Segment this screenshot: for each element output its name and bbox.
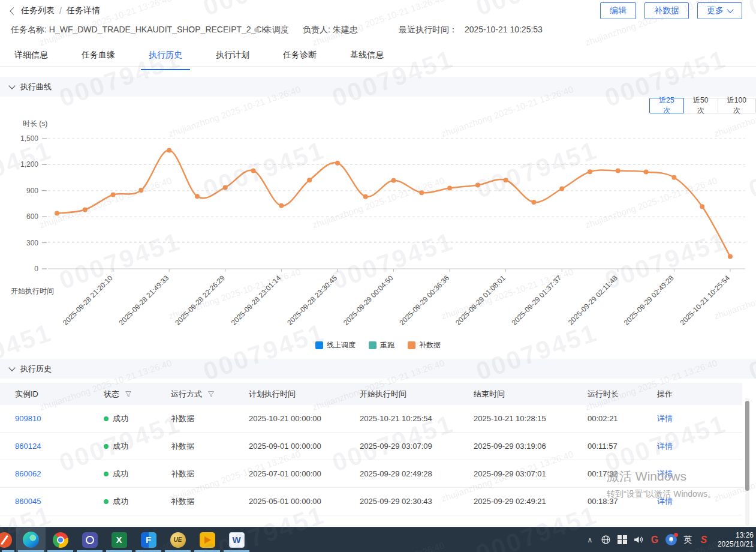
taskbar-chrome-icon[interactable] [46, 527, 75, 552]
x-tick-label: 2025-09-29 01:37:37 [510, 274, 564, 327]
cell-start: 2025-09-29 02:30:43 [360, 497, 474, 506]
tray-sogou-s-icon[interactable]: S [698, 535, 709, 545]
tab-detail-info[interactable]: 详细信息 [14, 47, 48, 66]
curve-section-header[interactable]: 执行曲线 [0, 77, 756, 97]
tab-task-diagnosis[interactable]: 任务诊断 [283, 47, 317, 66]
data-point[interactable] [644, 169, 649, 174]
cell-planned: 2025-05-01 00:00:00 [249, 497, 360, 506]
data-point[interactable] [363, 194, 368, 199]
column-header-id: 实例ID [15, 389, 104, 400]
range-last25-button[interactable]: 近25次 [649, 98, 684, 113]
x-tick-label: 2025-09-28 23:30:45 [285, 274, 339, 327]
data-point[interactable] [391, 178, 396, 183]
data-point[interactable] [251, 168, 256, 173]
taskbar-yellow-arrow-icon[interactable] [192, 527, 222, 552]
data-point[interactable] [307, 178, 312, 182]
instance-id-link[interactable]: 909810 [15, 414, 41, 423]
tab-exec-plan[interactable]: 执行计划 [216, 47, 249, 66]
data-point[interactable] [335, 161, 340, 166]
tray-bell-icon[interactable] [665, 534, 677, 545]
data-point[interactable] [55, 211, 59, 216]
taskbar-edge-icon[interactable] [16, 527, 46, 552]
owner-label: 负责人: [303, 25, 330, 34]
cell-text-start: 2025-09-29 03:07:09 [360, 442, 432, 451]
status-dot-icon [254, 28, 259, 32]
tray-network-icon[interactable] [601, 535, 612, 545]
data-point[interactable] [728, 254, 733, 259]
range-last100-button[interactable]: 近100次 [718, 98, 756, 113]
breadcrumb-task-list[interactable]: 任务列表 [21, 5, 55, 16]
taskbar-ultraedit-icon[interactable]: UE [163, 527, 192, 552]
vertical-scrollbar[interactable] [745, 398, 749, 526]
data-point[interactable] [138, 188, 143, 193]
tray-expand-icon[interactable]: ∧ [585, 536, 595, 544]
data-point[interactable] [588, 169, 592, 174]
data-point[interactable] [475, 183, 480, 188]
edit-button[interactable]: 编辑 [600, 2, 636, 19]
data-point[interactable] [531, 200, 536, 205]
excel-app-glyph: X [112, 532, 127, 548]
task-name-label: 任务名称: [11, 25, 47, 34]
detail-link[interactable]: 详情 [657, 441, 673, 452]
legend-online-schedule-swatch-icon [315, 341, 323, 349]
data-point[interactable] [559, 186, 564, 191]
tray-squares-icon[interactable] [617, 535, 628, 545]
legend-backfill[interactable]: 补数据 [408, 340, 441, 350]
data-point[interactable] [447, 185, 452, 190]
detail-link[interactable]: 详情 [657, 469, 673, 479]
tray-ime-icon[interactable]: 英 [682, 535, 693, 545]
instance-id-link[interactable]: 860062 [15, 469, 41, 478]
legend-backfill-swatch-icon [408, 341, 415, 349]
taskbar-clock[interactable]: 13:26 2025/10/21 [715, 527, 756, 552]
backfill-button[interactable]: 补数据 [644, 2, 689, 19]
data-point[interactable] [195, 194, 200, 199]
cell-duration: 00:11:57 [588, 442, 657, 451]
cell-status: 成功 [104, 469, 171, 479]
data-point[interactable] [167, 148, 171, 152]
filter-mode-icon[interactable] [207, 391, 215, 398]
range-last50-button[interactable]: 近50次 [683, 98, 718, 113]
data-point[interactable] [111, 192, 116, 197]
tray-volume-icon[interactable] [633, 535, 644, 545]
filter-status-icon[interactable] [125, 391, 132, 398]
vertical-scrollbar-thumb[interactable] [745, 401, 749, 491]
detail-link[interactable]: 详情 [657, 496, 673, 507]
data-point[interactable] [279, 203, 284, 208]
detail-link[interactable]: 详情 [657, 413, 673, 424]
taskbar-blue-f-icon[interactable]: F [134, 527, 163, 552]
top-bar: 任务列表 / 任务详情 编辑补数据更多 [0, 0, 756, 22]
yellow-arrow-app-glyph [200, 532, 215, 548]
back-chevron-icon[interactable] [10, 7, 17, 15]
taskbar-apps: XFUEW [0, 527, 251, 552]
history-section-title: 执行历史 [20, 364, 52, 374]
taskbar-pinned-orange-icon[interactable] [0, 527, 16, 552]
x-tick-label: 2025-09-29 02:49:28 [622, 274, 676, 327]
column-header-end: 结束时间 [474, 389, 588, 400]
breadcrumb: 任务列表 / 任务详情 [11, 5, 100, 16]
instance-id-link[interactable]: 860124 [15, 442, 41, 451]
data-point[interactable] [419, 190, 424, 195]
blue-f-app-glyph: F [141, 532, 156, 548]
taskbar-word-icon[interactable]: W [222, 527, 251, 552]
data-point[interactable] [616, 168, 621, 173]
cell-text-duration: 00:18:37 [588, 497, 618, 506]
column-header-status: 状态 [104, 389, 171, 400]
cell-planned: 2025-09-01 00:00:00 [249, 442, 360, 451]
legend-online-schedule[interactable]: 线上调度 [315, 340, 356, 350]
cell-duration: 00:18:37 [588, 497, 657, 506]
data-point[interactable] [671, 175, 676, 180]
data-point[interactable] [504, 178, 508, 182]
tab-baseline-info[interactable]: 基线信息 [350, 47, 384, 66]
tab-exec-history[interactable]: 执行历史 [149, 47, 182, 66]
taskbar-indigo-app-icon[interactable] [75, 527, 104, 552]
legend-rerun[interactable]: 重跑 [369, 340, 394, 350]
instance-id-link[interactable]: 860045 [15, 497, 41, 506]
data-point[interactable] [83, 207, 88, 212]
tray-sogou-g-icon[interactable]: G [649, 535, 660, 545]
tab-task-lineage[interactable]: 任务血缘 [82, 47, 115, 66]
taskbar-excel-icon[interactable]: X [104, 527, 134, 552]
data-point[interactable] [700, 204, 704, 209]
more-button[interactable]: 更多 [697, 2, 742, 19]
data-point[interactable] [223, 185, 228, 190]
history-section-header[interactable]: 执行历史 [0, 359, 756, 379]
